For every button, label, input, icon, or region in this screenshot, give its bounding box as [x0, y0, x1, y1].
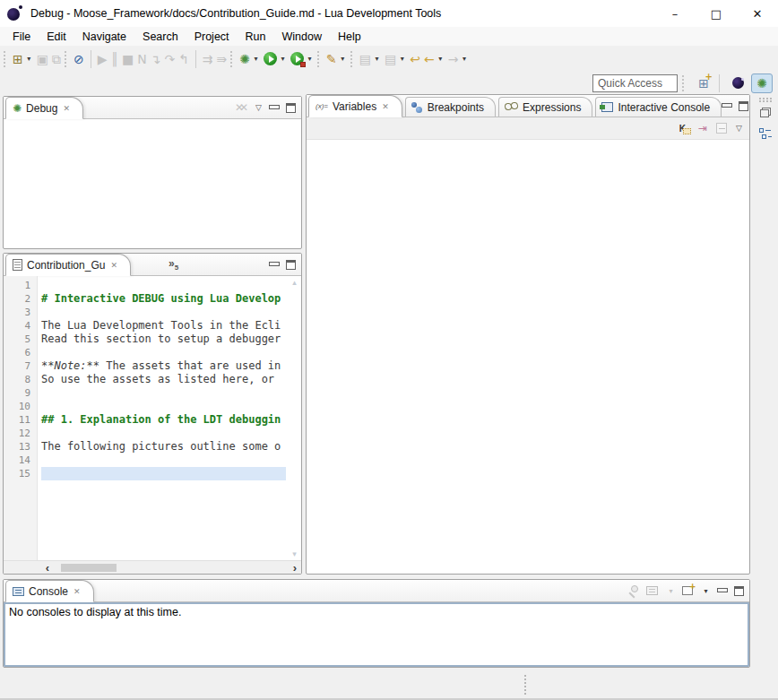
variables-view-toolbar: K ⇥ ▽	[307, 117, 749, 140]
show-type-names-button[interactable]: K	[679, 124, 689, 134]
maximize-window-button[interactable]: □	[696, 0, 737, 27]
run-dropdown[interactable]: ▾	[279, 55, 287, 63]
code-line	[41, 454, 288, 467]
code-line: The following pictures outline some o	[41, 440, 288, 454]
minimize-view-button[interactable]	[717, 587, 727, 595]
editor-text-area[interactable]: # Interactive DEBUG using Lua DevelopThe…	[38, 276, 288, 560]
close-icon[interactable]: ✕	[382, 102, 389, 111]
maximize-view-button[interactable]	[286, 103, 296, 113]
tab-console[interactable]: Console ✕	[5, 580, 94, 602]
code-line: **Note:** The assets that are used in	[41, 359, 288, 373]
scroll-right-icon[interactable]: ›	[289, 562, 301, 574]
toolbar-drag-handle[interactable]	[65, 51, 68, 67]
status-bar-drag-handle[interactable]	[524, 675, 526, 695]
menu-item-window[interactable]: Window	[274, 29, 330, 45]
view-menu-button[interactable]: ▽	[736, 124, 742, 133]
variables-tabbar: (x)=Variables✕BreakpointsExpressionsInte…	[307, 95, 749, 117]
scrollbar-thumb[interactable]	[61, 564, 117, 572]
separator	[719, 74, 720, 92]
toolbar-drag-handle[interactable]	[350, 51, 354, 67]
menu-item-search[interactable]: Search	[134, 29, 186, 45]
lua-tool-icon: ✎	[326, 53, 337, 65]
menu-item-project[interactable]: Project	[186, 29, 238, 45]
back-dropdown[interactable]: ▾	[437, 55, 445, 63]
close-window-button[interactable]: ✕	[737, 0, 778, 27]
lua-perspective-button[interactable]	[727, 73, 748, 93]
line-number: 3	[4, 306, 30, 319]
menu-item-edit[interactable]: Edit	[39, 29, 74, 45]
editor-vertical-scrollbar[interactable]: ▴ ▾	[288, 276, 301, 560]
skip-all-breakpoints-button[interactable]: ⊘	[72, 48, 86, 70]
close-icon[interactable]: ✕	[63, 104, 70, 113]
terminate-icon: ■	[122, 53, 134, 65]
drag-handle[interactable]	[759, 98, 772, 102]
variables-panel: (x)=Variables✕BreakpointsExpressionsInte…	[306, 94, 750, 575]
debug-button[interactable]: ✺▾	[238, 48, 262, 70]
tab-debug[interactable]: ✺ Debug ✕	[5, 97, 83, 119]
debug-view-tabbar: ✺ Debug ✕ ✕✕ ▽	[4, 97, 301, 119]
back-button[interactable]: ←▾	[422, 48, 446, 70]
minimize-view-button[interactable]	[269, 104, 279, 112]
tab-interactive-console-label: Interactive Console	[618, 101, 710, 114]
last-edit-location-button[interactable]: ↩	[408, 48, 422, 70]
toolbar-drag-handle[interactable]	[230, 51, 234, 67]
tab-variables[interactable]: (x)=Variables✕	[308, 95, 402, 117]
lua-tool-button[interactable]: ✎▾	[324, 48, 349, 70]
new-wizard-dropdown[interactable]: ▾	[25, 55, 33, 63]
save-all-button: ⧉	[50, 48, 63, 70]
scroll-up-icon[interactable]: ▴	[292, 278, 297, 287]
new-wizard-button[interactable]: ⊞▾	[11, 48, 35, 70]
restore-view-button[interactable]	[760, 108, 771, 117]
maximize-view-button[interactable]	[286, 260, 296, 270]
lua-perspective-icon	[732, 77, 744, 89]
tab-contribution-guide[interactable]: Contribution_Gu ✕	[5, 254, 131, 276]
outline-view-button[interactable]	[759, 128, 772, 140]
minimize-view-button[interactable]	[269, 261, 279, 269]
debug-perspective-button[interactable]: ✺	[751, 73, 773, 93]
open-perspective-button[interactable]: ⊞	[693, 73, 714, 93]
editor-horizontal-scrollbar[interactable]: ‹ ›	[4, 560, 301, 574]
console-message: No consoles to display at this time.	[5, 604, 748, 620]
minimize-window-button[interactable]: –	[654, 0, 696, 27]
tab-expressions[interactable]: Expressions	[498, 97, 592, 117]
remove-all-terminated-button[interactable]: ✕✕	[235, 101, 248, 114]
open-perspective-icon: ⊞	[698, 76, 709, 91]
step-return-button: ↰	[177, 48, 191, 70]
menu-item-navigate[interactable]: Navigate	[74, 29, 134, 45]
scrollbar-track[interactable]	[54, 561, 289, 575]
next-annotation-dropdown[interactable]: ▾	[373, 55, 381, 63]
tab-breakpoints[interactable]: Breakpoints	[405, 97, 496, 117]
view-menu-button[interactable]: ▽	[255, 103, 262, 112]
scroll-left-icon[interactable]: ‹	[41, 562, 54, 574]
open-console-button[interactable]	[682, 586, 693, 595]
tab-interactive-console[interactable]: Interactive Console	[595, 97, 722, 117]
menu-item-file[interactable]: File	[4, 29, 39, 45]
step-into-button: ↴	[149, 48, 163, 70]
editor-tab-overflow[interactable]: »5	[169, 257, 178, 272]
lua-tool-dropdown[interactable]: ▾	[339, 55, 347, 63]
run-to-line-button: ⇉	[201, 48, 215, 70]
code-line: ## 1. Explanation of the LDT debuggin	[41, 413, 288, 427]
toolbar-drag-handle[interactable]	[317, 51, 321, 67]
menu-item-run[interactable]: Run	[238, 29, 274, 45]
drag-handle[interactable]	[682, 75, 686, 91]
external-tools-dropdown[interactable]: ▾	[306, 55, 314, 63]
minimize-view-button[interactable]	[722, 102, 731, 110]
toolbar-drag-handle[interactable]	[4, 51, 7, 67]
forward-dropdown[interactable]: ▾	[460, 55, 468, 63]
run-button[interactable]: ▾	[262, 48, 289, 70]
external-tools-button[interactable]: ▾	[289, 48, 316, 70]
menu-item-help[interactable]: Help	[330, 29, 369, 45]
maximize-view-button[interactable]	[734, 586, 744, 596]
quick-access-input[interactable]	[592, 74, 678, 92]
open-console-dropdown[interactable]: ▾	[702, 587, 710, 595]
close-icon[interactable]: ✕	[110, 261, 117, 270]
close-icon[interactable]: ✕	[73, 587, 81, 596]
display-console-dropdown[interactable]: ▾	[667, 587, 675, 595]
maximize-view-button[interactable]	[739, 101, 748, 111]
previous-annotation-dropdown[interactable]: ▾	[398, 55, 406, 63]
show-logical-structure-button[interactable]: ⇥	[698, 122, 707, 134]
line-number: 12	[4, 427, 30, 440]
debug-dropdown[interactable]: ▾	[252, 55, 260, 63]
scroll-down-icon[interactable]: ▾	[292, 549, 297, 558]
